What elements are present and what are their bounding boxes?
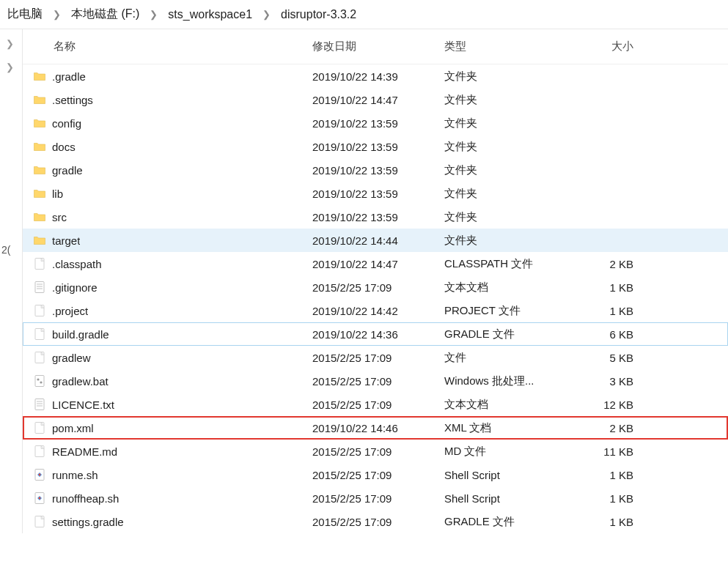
file-type: 文件夹 xyxy=(444,140,576,154)
file-row[interactable]: .gitignore2015/2/25 17:09文本文档1 KB xyxy=(23,275,728,299)
file-name: config xyxy=(52,117,81,130)
file-row[interactable]: .classpath2019/10/22 14:47CLASSPATH 文件2 … xyxy=(23,252,728,275)
blank-icon xyxy=(33,257,46,270)
file-name: .classpath xyxy=(52,258,102,270)
file-size: 3 KB xyxy=(576,375,642,388)
file-date: 2019/10/22 14:36 xyxy=(312,328,444,341)
file-row[interactable]: pom.xml2019/10/22 14:46XML 文档2 KB xyxy=(23,416,728,440)
blank-icon xyxy=(33,304,46,317)
file-name: gradlew.bat xyxy=(52,375,109,388)
file-type: XML 文档 xyxy=(444,421,576,435)
file-date: 2019/10/22 14:47 xyxy=(312,94,444,106)
breadcrumb-part[interactable]: 比电脑 xyxy=(3,4,47,25)
file-row[interactable]: gradlew2015/2/25 17:09文件5 KB xyxy=(23,346,728,369)
blank-icon xyxy=(33,445,46,458)
file-size: 1 KB xyxy=(576,305,642,317)
tree-gutter: ❯ ❯ 2( xyxy=(0,29,22,533)
chevron-right-icon: ❯ xyxy=(257,9,276,20)
column-header-size[interactable]: 大小 xyxy=(576,40,642,53)
file-type: 文本文档 xyxy=(444,398,576,412)
file-type: MD 文件 xyxy=(444,445,576,459)
file-row[interactable]: config2019/10/22 13:59文件夹 xyxy=(23,111,728,135)
file-row[interactable]: .settings2019/10/22 14:47文件夹 xyxy=(23,88,728,111)
file-type: Shell Script xyxy=(444,469,576,481)
file-row[interactable]: build.gradle2019/10/22 14:36GRADLE 文件6 K… xyxy=(23,322,728,346)
file-row[interactable]: README.md2015/2/25 17:09MD 文件11 KB xyxy=(23,440,728,463)
file-type: 文件夹 xyxy=(444,234,576,248)
blank-icon xyxy=(33,351,46,364)
folder-icon xyxy=(33,116,46,130)
chevron-right-icon: ❯ xyxy=(144,9,163,20)
column-header-type[interactable]: 类型 xyxy=(444,40,576,53)
file-name: docs xyxy=(52,141,76,153)
file-type: 文件 xyxy=(444,351,576,365)
svg-rect-1 xyxy=(35,282,44,293)
file-type: 文件夹 xyxy=(444,116,576,130)
chevron-right-icon[interactable]: ❯ xyxy=(0,32,22,56)
file-date: 2019/10/22 14:47 xyxy=(312,258,444,270)
file-date: 2015/2/25 17:09 xyxy=(312,516,444,528)
file-type: 文件夹 xyxy=(444,93,576,107)
file-type: 文件夹 xyxy=(444,210,576,224)
file-row[interactable]: src2019/10/22 13:59文件夹 xyxy=(23,205,728,229)
svg-rect-8 xyxy=(35,376,44,387)
gutter-marker: 2( xyxy=(0,244,22,256)
column-header-date[interactable]: 修改日期 xyxy=(312,40,444,53)
file-name: src xyxy=(52,211,67,223)
file-row[interactable]: gradle2019/10/22 13:59文件夹 xyxy=(23,158,728,182)
file-row[interactable]: lib2019/10/22 13:59文件夹 xyxy=(23,182,728,205)
file-size: 1 KB xyxy=(576,281,642,294)
blank-icon xyxy=(33,515,46,528)
file-type: 文本文档 xyxy=(444,281,576,294)
file-name: settings.gradle xyxy=(52,516,124,528)
file-row[interactable]: target2019/10/22 14:44文件夹 xyxy=(23,229,728,252)
svg-point-10 xyxy=(40,381,42,383)
file-row[interactable]: docs2019/10/22 13:59文件夹 xyxy=(23,135,728,158)
folder-icon xyxy=(33,70,46,83)
file-name: .settings xyxy=(52,94,93,106)
chevron-right-icon[interactable]: ❯ xyxy=(0,56,22,79)
file-type: 文件夹 xyxy=(444,163,576,177)
blank-icon xyxy=(33,327,46,341)
file-date: 2019/10/22 13:59 xyxy=(312,141,444,153)
file-row[interactable]: LICENCE.txt2015/2/25 17:09文本文档12 KB xyxy=(23,393,728,416)
file-date: 2015/2/25 17:09 xyxy=(312,281,444,294)
column-header-name[interactable]: 名称 xyxy=(23,40,312,53)
breadcrumb: 比电脑 ❯ 本地磁盘 (F:) ❯ sts_workspace1 ❯ disru… xyxy=(0,0,728,29)
breadcrumb-part[interactable]: sts_workspace1 xyxy=(163,5,257,24)
file-name: LICENCE.txt xyxy=(52,399,114,411)
file-row[interactable]: .project2019/10/22 14:42PROJECT 文件1 KB xyxy=(23,299,728,322)
file-row[interactable]: gradlew.bat2015/2/25 17:09Windows 批处理...… xyxy=(23,369,728,393)
svg-point-18 xyxy=(39,474,41,476)
folder-icon xyxy=(33,187,46,200)
file-type: 文件夹 xyxy=(444,187,576,201)
breadcrumb-part[interactable]: disruptor-3.3.2 xyxy=(276,5,361,24)
bat-icon xyxy=(33,374,46,388)
file-name: lib xyxy=(52,188,63,200)
text-icon xyxy=(33,281,46,294)
file-date: 2019/10/22 14:39 xyxy=(312,70,444,83)
folder-icon xyxy=(33,210,46,223)
file-size: 6 KB xyxy=(576,328,642,341)
file-row[interactable]: runoffheap.sh2015/2/25 17:09Shell Script… xyxy=(23,486,728,510)
chevron-right-icon: ❯ xyxy=(47,9,67,20)
file-date: 2019/10/22 13:59 xyxy=(312,211,444,223)
file-date: 2019/10/22 13:59 xyxy=(312,117,444,130)
file-name: gradle xyxy=(52,164,83,177)
breadcrumb-part[interactable]: 本地磁盘 (F:) xyxy=(67,4,144,25)
file-date: 2015/2/25 17:09 xyxy=(312,492,444,505)
text-icon xyxy=(33,398,46,411)
file-name: .project xyxy=(52,305,88,317)
sh-icon xyxy=(33,468,46,481)
file-size: 1 KB xyxy=(576,492,642,505)
file-name: pom.xml xyxy=(52,422,94,434)
file-row[interactable]: settings.gradle2015/2/25 17:09GRADLE 文件1… xyxy=(23,510,728,533)
file-date: 2015/2/25 17:09 xyxy=(312,469,444,481)
folder-icon xyxy=(33,234,46,247)
file-date: 2019/10/22 14:46 xyxy=(312,422,444,434)
file-name: gradlew xyxy=(52,352,91,364)
file-date: 2015/2/25 17:09 xyxy=(312,352,444,364)
file-row[interactable]: runme.sh2015/2/25 17:09Shell Script1 KB xyxy=(23,463,728,486)
file-size: 12 KB xyxy=(576,399,642,411)
file-row[interactable]: .gradle2019/10/22 14:39文件夹 xyxy=(23,64,728,88)
